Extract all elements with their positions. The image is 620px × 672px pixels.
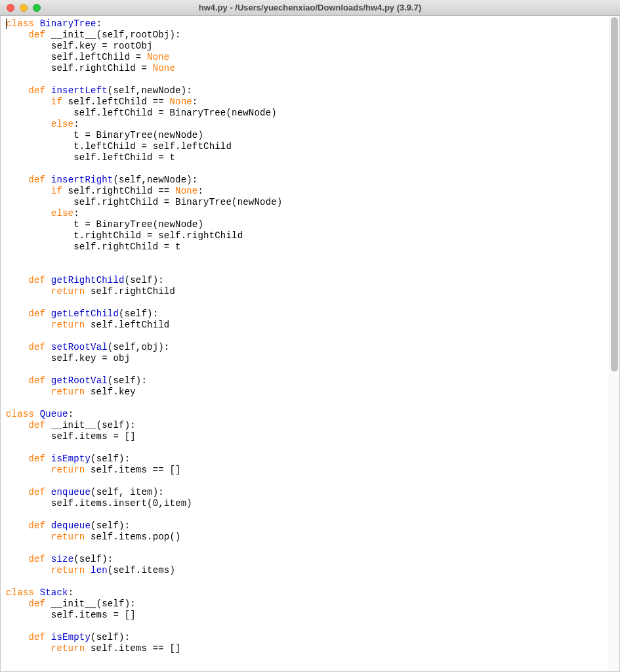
zoom-window-button[interactable] [33,4,41,12]
code-editor[interactable]: class BinaryTree: def __init__(self,root… [0,16,620,672]
scrollbar-track[interactable] [610,16,619,671]
title-bar: hw4.py - /Users/yuechenxiao/Downloads/hw… [0,0,620,16]
minimize-window-button[interactable] [20,4,28,12]
text-cursor [6,18,7,29]
traffic-lights [7,4,41,12]
code-content[interactable]: class BinaryTree: def __init__(self,root… [6,18,614,654]
close-window-button[interactable] [7,4,14,12]
scrollbar-thumb[interactable] [611,17,618,371]
window-title: hw4.py - /Users/yuechenxiao/Downloads/hw… [7,3,613,12]
